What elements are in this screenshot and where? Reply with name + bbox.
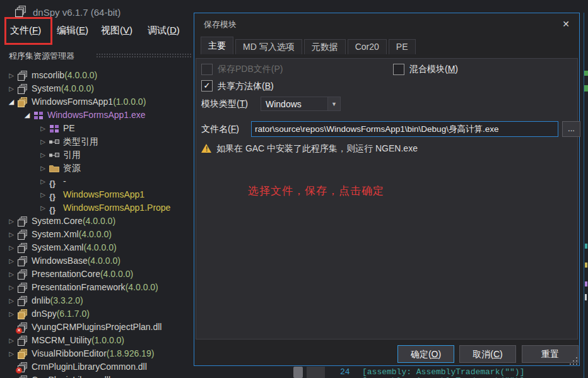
assembly-icon (18, 269, 28, 280)
tree-item[interactable]: ✕VyungCRMPluginsProjectPlan.dll (0, 321, 194, 334)
tree-item-label: dnlib (32, 294, 50, 307)
scrollbar-thumb[interactable] (293, 367, 303, 378)
folder-icon (49, 163, 59, 174)
module-type-value: Windows (261, 99, 327, 109)
tree-item-label: System.Xaml (32, 241, 83, 254)
tree-item[interactable]: ▷{}WindowsFormsApp1.Prope (0, 201, 194, 215)
tree-item-label: 类型引用 (63, 135, 98, 148)
tree-item[interactable]: ▷ VisualRibbonEditor (1.8.926.19) (0, 347, 194, 360)
tree-item-label: PresentationFramework (32, 281, 126, 294)
tree-item-version: (1.0.0.0) (113, 95, 146, 109)
tree-item-label: WindowsFormsApp1 (63, 188, 144, 201)
expander-icon[interactable]: ▷ (5, 228, 18, 241)
expander-icon[interactable]: ◢ (21, 109, 33, 122)
expander-icon[interactable]: ▷ (37, 188, 49, 201)
braces-icon: {} (49, 177, 59, 187)
tree-item[interactable]: ✕CrmPluginLibraryCommon.dll (0, 360, 194, 374)
tree-item[interactable]: ▷ mscorlib (4.0.0.0) (0, 69, 194, 82)
warning-text: 如果在 GAC 中安装了此程序集，则运行 NGEN.exe (216, 143, 418, 155)
expander-icon[interactable]: ▷ (37, 201, 49, 215)
tree-item[interactable]: ▷ System (4.0.0.0) (0, 82, 194, 95)
tree-item[interactable]: ▷ PresentationCore (4.0.0.0) (0, 268, 194, 281)
tree-item[interactable]: CrmPluginLibrary.dll (0, 374, 194, 378)
expander-icon[interactable]: ▷ (5, 334, 18, 347)
tree-item[interactable]: ▷ dnlib (3.3.2.0) (0, 294, 194, 307)
expander-icon[interactable]: ▷ (37, 148, 49, 162)
module-type-select[interactable]: Windows ▼ (261, 97, 341, 111)
tree-item[interactable]: ◢ WindowsFormsApp1 (1.0.0.0) (0, 95, 194, 109)
file-name-input[interactable]: rator\source\repos\WindowsFormsApp1\bin\… (251, 121, 558, 137)
reference-icon (49, 137, 59, 147)
mixed-module-checkbox[interactable] (393, 64, 404, 75)
tree-item[interactable]: ▷ dnSpy (6.1.7.0) (0, 307, 194, 321)
tree-item[interactable]: ▷ System.Xml (4.0.0.0) (0, 228, 194, 241)
expander-icon[interactable]: ▷ (5, 241, 18, 254)
tree-item[interactable]: ▷ MSCRM_Utility (1.0.0.0) (0, 334, 194, 347)
expander-icon[interactable]: ▷ (5, 347, 18, 360)
expander-icon[interactable]: ▷ (37, 122, 49, 135)
browse-button[interactable]: ... (562, 121, 580, 137)
expander-icon[interactable]: ▷ (5, 82, 18, 95)
tree-item-label: VyungCRMPluginsProjectPlan.dll (32, 321, 162, 334)
tree-item[interactable]: ▷{}- (0, 175, 194, 188)
tree-item-version: (4.0.0.0) (64, 69, 97, 82)
tab-2[interactable]: 元数据 (304, 39, 346, 54)
menu-item-1[interactable]: 编辑(E) (52, 18, 93, 43)
save-pdb-checkbox (201, 64, 213, 75)
tree-item[interactable]: ◢ WindowsFormsApp1.exe (0, 109, 194, 122)
tree-item[interactable]: ▷ System.Xaml (4.0.0.0) (0, 241, 194, 254)
expander-icon[interactable]: ▷ (5, 294, 18, 307)
resize-grip[interactable] (570, 357, 577, 365)
tree-item[interactable]: ▷ PresentationFramework (4.0.0.0) (0, 281, 194, 294)
tree-item[interactable]: ▷ WindowsBase (4.0.0.0) (0, 254, 194, 268)
tree-item-label: mscorlib (32, 69, 64, 82)
code-fragment-sliver (585, 294, 587, 300)
ok-button[interactable]: 确定(O) (397, 345, 454, 363)
tab-1[interactable]: MD 写入选项 (235, 39, 302, 54)
tree-item-label: 引用 (63, 148, 81, 162)
expander-icon[interactable]: ▷ (5, 268, 18, 281)
menu-item-3[interactable]: 调试(D) (143, 18, 185, 43)
assembly-gold-icon (18, 309, 28, 319)
panel-header-dots (96, 53, 192, 59)
dnspy-app-icon (15, 6, 26, 17)
tab-4[interactable]: PE (389, 39, 416, 54)
assembly-explorer-header: 程序集资源管理器 (9, 50, 74, 62)
tree-item-label: MSCRM_Utility (32, 334, 91, 347)
tab-0[interactable]: 主要 (201, 37, 233, 54)
expander-icon[interactable]: ▷ (5, 215, 18, 228)
tree-item[interactable]: ▷ 资源 (0, 162, 194, 175)
window-title: dnSpy v6.1.7 (64-bit) (33, 7, 121, 18)
tree-item-version: (4.0.0.0) (61, 82, 94, 95)
share-method-bodies-checkbox[interactable]: ✓ (201, 80, 213, 92)
tree-item-label: System.Xml (32, 228, 79, 241)
tree-item-label: PE (63, 122, 75, 135)
tree-item[interactable]: ▷ System.Core (4.0.0.0) (0, 215, 194, 228)
save-pdb-label: 保存PDB文件(P) (218, 64, 283, 75)
tree-item[interactable]: ▷ 引用 (0, 148, 194, 162)
editor-margin-fragment (307, 367, 325, 378)
expander-icon[interactable]: ▷ (37, 135, 49, 148)
tree-item[interactable]: ▷ PE (0, 122, 194, 135)
tree-item[interactable]: ▷ 类型引用 (0, 135, 194, 148)
expander-icon[interactable]: ▷ (37, 175, 49, 188)
tree-item-version: (4.0.0.0) (126, 281, 158, 294)
tree-item[interactable]: ▷{}WindowsFormsApp1 (0, 188, 194, 201)
assembly-icon (18, 336, 28, 346)
menu-item-2[interactable]: 视图(V) (96, 18, 138, 43)
expander-icon[interactable]: ▷ (5, 69, 18, 82)
scroll-marker-green (584, 71, 588, 76)
expander-icon[interactable]: ▷ (5, 254, 18, 268)
cancel-button[interactable]: 取消(C) (459, 345, 516, 363)
expander-icon[interactable]: ◢ (5, 95, 18, 109)
expander-icon[interactable]: ▷ (37, 162, 49, 175)
expander-icon[interactable]: ▷ (5, 281, 18, 294)
warning-icon-exclamation: ! (206, 146, 208, 153)
close-icon[interactable]: ✕ (558, 17, 574, 31)
assembly-icon (18, 243, 28, 253)
module-icon (33, 110, 44, 121)
scroll-marker-green (584, 85, 588, 92)
expander-icon[interactable]: ▷ (5, 307, 18, 321)
tab-3[interactable]: Cor20 (348, 39, 387, 54)
braces-icon: {} (49, 203, 59, 213)
